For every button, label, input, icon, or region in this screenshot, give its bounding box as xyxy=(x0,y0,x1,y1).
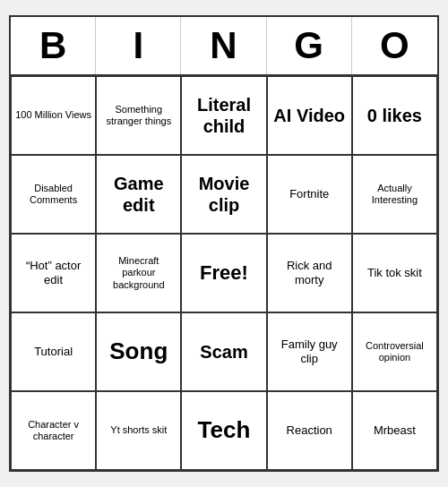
bingo-cell-23: Reaction xyxy=(267,391,352,470)
bingo-cell-17: Scam xyxy=(181,312,266,391)
bingo-card: BINGO 100 Million ViewsSomething strange… xyxy=(9,15,439,472)
bingo-cell-0: 100 Million Views xyxy=(11,76,96,155)
bingo-cell-7: Movie clip xyxy=(181,155,266,234)
bingo-cell-24: Mrbeast xyxy=(352,391,437,470)
bingo-grid: 100 Million ViewsSomething stranger thin… xyxy=(11,76,437,470)
bingo-cell-2: Literal child xyxy=(181,76,266,155)
bingo-cell-21: Yt shorts skit xyxy=(96,391,181,470)
bingo-cell-13: Rick and morty xyxy=(267,234,352,312)
bingo-cell-11: Minecraft parkour background xyxy=(96,234,181,312)
bingo-letter-b: B xyxy=(11,17,96,74)
bingo-letter-g: G xyxy=(267,17,352,74)
bingo-cell-18: Family guy clip xyxy=(267,312,352,391)
bingo-cell-15: Tutorial xyxy=(11,312,96,391)
bingo-cell-4: 0 likes xyxy=(352,76,437,155)
bingo-cell-5: Disabled Comments xyxy=(11,155,96,234)
bingo-cell-20: Character v character xyxy=(11,391,96,470)
bingo-cell-8: Fortnite xyxy=(267,155,352,234)
bingo-cell-6: Game edit xyxy=(96,155,181,234)
bingo-cell-19: Controversial opinion xyxy=(352,312,437,391)
bingo-letter-i: I xyxy=(96,17,181,74)
bingo-cell-9: Actually Interesting xyxy=(352,155,437,234)
bingo-cell-3: AI Video xyxy=(267,76,352,155)
bingo-cell-14: Tik tok skit xyxy=(352,234,437,312)
bingo-header: BINGO xyxy=(11,17,437,76)
bingo-cell-22: Tech xyxy=(181,391,266,470)
bingo-cell-12: Free! xyxy=(181,234,266,312)
bingo-cell-1: Something stranger things xyxy=(96,76,181,155)
bingo-cell-10: “Hot” actor edit xyxy=(11,234,96,312)
bingo-letter-o: O xyxy=(352,17,437,74)
bingo-letter-n: N xyxy=(181,17,266,74)
bingo-cell-16: Song xyxy=(96,312,181,391)
